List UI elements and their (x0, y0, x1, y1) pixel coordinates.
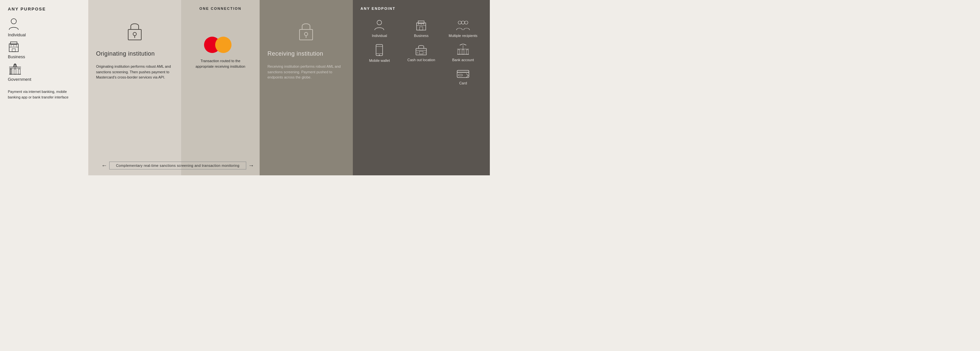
business-label: Business (8, 54, 25, 59)
col-one-connection: ONE CONNECTION Transaction routed to the… (181, 0, 259, 176)
endpoint-mobile-wallet: Mobile wallet (361, 44, 399, 63)
svg-rect-13 (18, 69, 20, 74)
sender-government: Government (8, 62, 80, 82)
endpoint-multiple-recipients-label: Multiple recipients (449, 34, 477, 38)
banner-box: Complementary real-time sanctions screen… (109, 161, 246, 169)
svg-rect-16 (128, 29, 141, 40)
svg-rect-4 (12, 49, 15, 52)
endpoint-individual-label: Individual (372, 34, 387, 38)
svg-rect-39 (419, 51, 423, 54)
endpoint-card-icon (457, 69, 469, 79)
government-label: Government (8, 77, 32, 82)
endpoint-mobile-wallet-icon (375, 44, 383, 56)
svg-point-30 (458, 21, 461, 24)
svg-rect-12 (14, 69, 16, 74)
government-icon (8, 62, 22, 75)
any-endpoint-header: ANY ENDPOINT (361, 6, 482, 10)
endpoint-grid: Individual Business (361, 20, 482, 85)
svg-rect-46 (462, 50, 464, 54)
receiving-title: Receiving institution (267, 50, 345, 57)
business-icon (8, 41, 20, 53)
receiving-lock-icon (267, 20, 345, 43)
banner-arrow-left: ← (101, 162, 107, 169)
endpoint-business-label: Business (414, 34, 429, 38)
svg-rect-1 (9, 44, 18, 52)
empty1 (361, 69, 399, 85)
sender-individual: Individual (8, 18, 80, 37)
endpoint-multiple-recipients-icon (456, 20, 470, 31)
svg-point-22 (377, 20, 382, 25)
main-layout: ANY PURPOSE Individual (0, 0, 490, 176)
endpoint-bank-account-label: Bank account (452, 57, 474, 62)
svg-rect-11 (10, 69, 12, 74)
sender-business: Business (8, 41, 80, 59)
endpoint-multiple-recipients: Multiple recipients (444, 20, 482, 38)
col-any-endpoint: ANY ENDPOINT Individual (353, 0, 490, 176)
svg-point-32 (465, 21, 468, 24)
individual-icon (8, 18, 20, 31)
endpoint-card: Card (444, 69, 482, 85)
endpoint-individual: Individual (361, 20, 399, 38)
transaction-text: Transaction routed to the appropriate re… (189, 58, 252, 69)
svg-point-20 (304, 32, 308, 36)
svg-point-0 (11, 19, 16, 24)
endpoint-cash-out-location-icon (415, 44, 428, 56)
svg-rect-33 (376, 45, 383, 56)
endpoint-card-label: Card (459, 81, 467, 85)
endpoint-individual-icon (374, 20, 385, 31)
col-originating: Originating institution Originating inst… (88, 0, 181, 176)
banner-arrow-right: → (248, 162, 254, 169)
any-purpose-header: ANY PURPOSE (8, 6, 80, 11)
originating-description: Originating institution performs robust … (96, 64, 173, 80)
originating-title: Originating institution (96, 50, 173, 57)
svg-rect-19 (299, 29, 313, 40)
svg-point-36 (379, 54, 380, 56)
svg-point-17 (133, 32, 136, 36)
svg-rect-24 (418, 21, 424, 24)
svg-point-31 (461, 21, 465, 24)
endpoint-bank-account: Bank account (444, 44, 482, 63)
endpoint-bank-account-icon (456, 44, 470, 56)
col-any-purpose: ANY PURPOSE Individual (0, 0, 88, 176)
endpoint-mobile-wallet-label: Mobile wallet (369, 58, 390, 63)
one-connection-header: ONE CONNECTION (199, 6, 242, 10)
bottom-banner: ← Complementary real-time sanctions scre… (88, 161, 490, 169)
endpoint-business-icon (415, 20, 427, 31)
receiving-description: Receiving institution performs robust AM… (267, 64, 345, 80)
svg-rect-26 (420, 27, 423, 30)
individual-label: Individual (8, 32, 26, 37)
svg-rect-47 (466, 50, 468, 54)
originating-lock-icon (96, 20, 173, 43)
endpoint-cash-out-location-label: Cash out location (407, 57, 435, 62)
mastercard-logo (204, 37, 237, 53)
mc-orange-circle (215, 37, 232, 53)
endpoint-business: Business (402, 20, 440, 38)
svg-rect-45 (458, 50, 460, 54)
empty2 (402, 69, 440, 85)
svg-rect-50 (458, 74, 462, 76)
col-receiving: Receiving institution Receiving institut… (259, 0, 353, 176)
endpoint-cash-out-location: Cash out location (402, 44, 440, 63)
svg-rect-2 (11, 42, 17, 45)
any-purpose-description: Payment via internet banking, mobile ban… (8, 89, 80, 100)
